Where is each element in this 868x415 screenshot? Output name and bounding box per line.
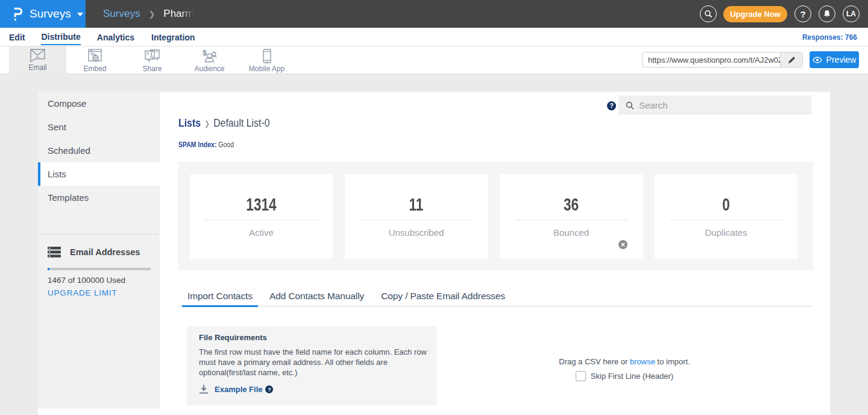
svg-text:$: $ [203, 49, 207, 57]
